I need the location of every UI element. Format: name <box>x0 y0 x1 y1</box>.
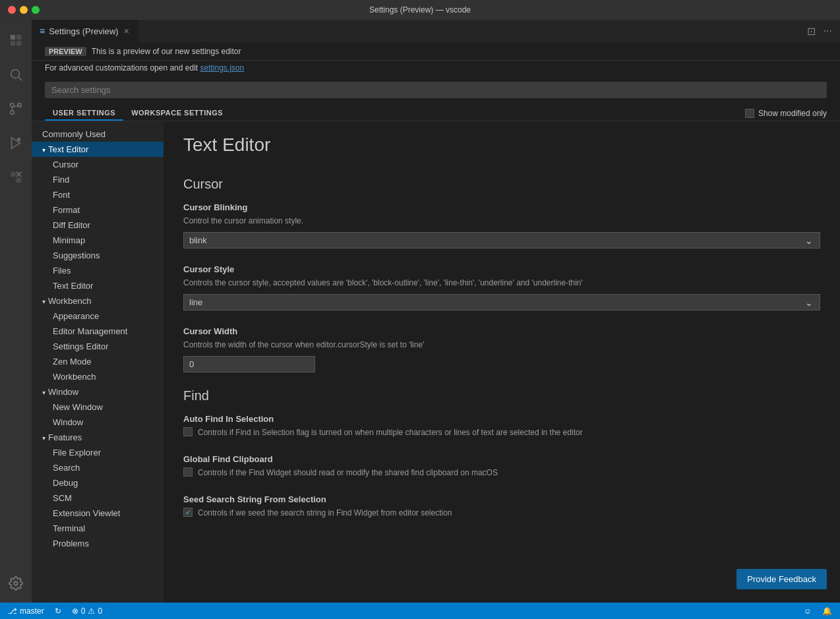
svg-point-11 <box>14 581 18 585</box>
warning-icon: ⚠ <box>88 606 95 616</box>
errors-item[interactable]: ⊗ 0 ⚠ 0 <box>69 603 105 619</box>
nav-text-editor-sub[interactable]: Text Editor <box>32 278 164 293</box>
main-content: ≡ Settings (Preview) × ⊡ ··· PREVIEW Thi… <box>32 20 840 603</box>
seed-search-label: Seed Search String From Selection <box>183 494 820 504</box>
show-modified-checkbox[interactable] <box>745 109 754 118</box>
minimize-button[interactable] <box>20 6 28 14</box>
cursor-style-select-wrapper: line block underline line-thin block-out… <box>183 294 820 310</box>
nav-scm[interactable]: SCM <box>32 490 164 506</box>
debug-icon <box>9 136 23 152</box>
search-input[interactable] <box>45 82 827 98</box>
activity-explorer[interactable] <box>0 25 32 57</box>
cursor-section-title: Cursor <box>183 171 820 192</box>
settings-wrapper: PREVIEW This is a preview of our new set… <box>32 43 840 603</box>
nav-text-editor[interactable]: ▾Text Editor <box>32 142 164 157</box>
split-editor-button[interactable]: ⊡ <box>804 22 818 40</box>
nav-workbench-sub[interactable]: Workbench <box>32 369 164 384</box>
seed-search-checkbox[interactable]: ✓ <box>183 508 193 517</box>
auto-find-checkbox[interactable] <box>183 427 193 436</box>
cursor-width-setting: Cursor Width Controls the width of the c… <box>183 326 820 372</box>
nav-format[interactable]: Format <box>32 202 164 218</box>
cursor-blinking-setting: Cursor Blinking Control the cursor anima… <box>183 202 820 249</box>
settings-json-link[interactable]: settings.json <box>200 63 244 73</box>
nav-font[interactable]: Font <box>32 187 164 202</box>
search-bar-container <box>32 76 840 103</box>
nav-editor-management[interactable]: Editor Management <box>32 324 164 339</box>
nav-window-sub[interactable]: Window <box>32 415 164 430</box>
seed-search-setting: Seed Search String From Selection ✓ Cont… <box>183 494 820 519</box>
nav-cursor[interactable]: Cursor <box>32 157 164 172</box>
settings-tab-group: USER SETTINGS WORKSPACE SETTINGS <box>45 106 231 121</box>
nav-file-explorer[interactable]: File Explorer <box>32 445 164 460</box>
cursor-blinking-select-wrapper: blink smooth phase expand solid <box>183 232 820 249</box>
nav-features[interactable]: ▾Features <box>32 430 164 445</box>
cursor-blinking-label: Cursor Blinking <box>183 202 820 212</box>
svg-point-10 <box>17 137 21 141</box>
nav-suggestions[interactable]: Suggestions <box>32 248 164 263</box>
activity-scm[interactable] <box>0 94 32 125</box>
nav-diff-editor[interactable]: Diff Editor <box>32 218 164 233</box>
nav-zen-mode[interactable]: Zen Mode <box>32 354 164 369</box>
nav-workbench[interactable]: ▾Workbench <box>32 293 164 309</box>
cursor-style-select[interactable]: line block underline line-thin block-out… <box>184 295 820 310</box>
global-find-checkbox[interactable] <box>183 467 193 477</box>
nav-debug[interactable]: Debug <box>32 475 164 490</box>
auto-find-setting: Auto Find In Selection Controls if Find … <box>183 414 820 438</box>
window-chrome: Settings (Preview) — vscode <box>0 0 840 20</box>
activity-debug[interactable] <box>0 128 32 160</box>
activity-settings[interactable] <box>0 571 32 603</box>
cursor-style-setting: Cursor Style Controls the cursor style, … <box>183 264 820 310</box>
nav-search[interactable]: Search <box>32 460 164 475</box>
nav-commonly-used[interactable]: Commonly Used <box>32 127 164 142</box>
nav-find[interactable]: Find <box>32 172 164 187</box>
seed-search-checkbox-text: Controls if we seed the search string in… <box>198 507 452 519</box>
svg-rect-0 <box>11 34 15 39</box>
close-button[interactable] <box>8 6 16 14</box>
auto-find-checkbox-row: Controls if Find in Selection flag is tu… <box>183 427 820 438</box>
nav-appearance[interactable]: Appearance <box>32 309 164 324</box>
nav-minimap[interactable]: Minimap <box>32 233 164 248</box>
tab-close-button[interactable]: × <box>123 24 131 38</box>
svg-rect-3 <box>16 40 21 45</box>
activity-bar <box>0 20 32 603</box>
smiley-item[interactable]: ☺ <box>801 603 814 619</box>
smiley-icon: ☺ <box>804 606 812 616</box>
git-branch-item[interactable]: ⎇ master <box>5 603 47 619</box>
provide-feedback-button[interactable]: Provide Feedback <box>736 569 827 589</box>
svg-point-7 <box>11 110 15 114</box>
nav-new-window[interactable]: New Window <box>32 399 164 415</box>
settings-panel: Text Editor Cursor Cursor Blinking Contr… <box>164 121 840 603</box>
seed-search-checkbox-row: ✓ Controls if we seed the search string … <box>183 507 820 519</box>
tab-bar: ≡ Settings (Preview) × ⊡ ··· <box>32 20 840 43</box>
cursor-width-input[interactable] <box>183 356 315 372</box>
activity-extensions[interactable] <box>0 162 32 194</box>
auto-find-label: Auto Find In Selection <box>183 414 820 424</box>
sync-icon: ↻ <box>55 606 61 616</box>
nav-files[interactable]: Files <box>32 263 164 278</box>
cursor-blinking-select[interactable]: blink smooth phase expand solid <box>184 233 820 248</box>
bell-icon: 🔔 <box>822 606 832 616</box>
cursor-blinking-description: Control the cursor animation style. <box>183 215 820 227</box>
svg-rect-1 <box>16 34 21 39</box>
settings-body: Commonly Used ▾Text Editor Cursor Find F… <box>32 121 840 603</box>
user-settings-tab[interactable]: USER SETTINGS <box>45 106 123 121</box>
workspace-settings-tab[interactable]: WORKSPACE SETTINGS <box>123 106 231 121</box>
global-find-setting: Global Find Clipboard Controls if the Fi… <box>183 454 820 479</box>
maximize-button[interactable] <box>32 6 40 14</box>
global-find-checkbox-text: Controls if the Find Widget should read … <box>198 467 498 479</box>
more-actions-button[interactable]: ··· <box>821 22 835 40</box>
nav-settings-editor[interactable]: Settings Editor <box>32 339 164 354</box>
activity-search[interactable] <box>0 59 32 91</box>
nav-problems[interactable]: Problems <box>32 536 164 551</box>
sync-item[interactable]: ↻ <box>52 603 64 619</box>
settings-tab[interactable]: ≡ Settings (Preview) × <box>32 20 139 43</box>
banner-text: This is a preview of our new settings ed… <box>92 47 241 56</box>
find-section-title: Find <box>183 388 820 403</box>
nav-terminal[interactable]: Terminal <box>32 521 164 536</box>
gear-icon <box>9 576 23 593</box>
notification-item[interactable]: 🔔 <box>820 603 835 619</box>
preview-badge: PREVIEW <box>45 47 86 56</box>
nav-window[interactable]: ▾Window <box>32 384 164 399</box>
nav-extension-viewlet[interactable]: Extension Viewlet <box>32 506 164 521</box>
status-bar-left: ⎇ master ↻ ⊗ 0 ⚠ 0 <box>5 603 105 619</box>
